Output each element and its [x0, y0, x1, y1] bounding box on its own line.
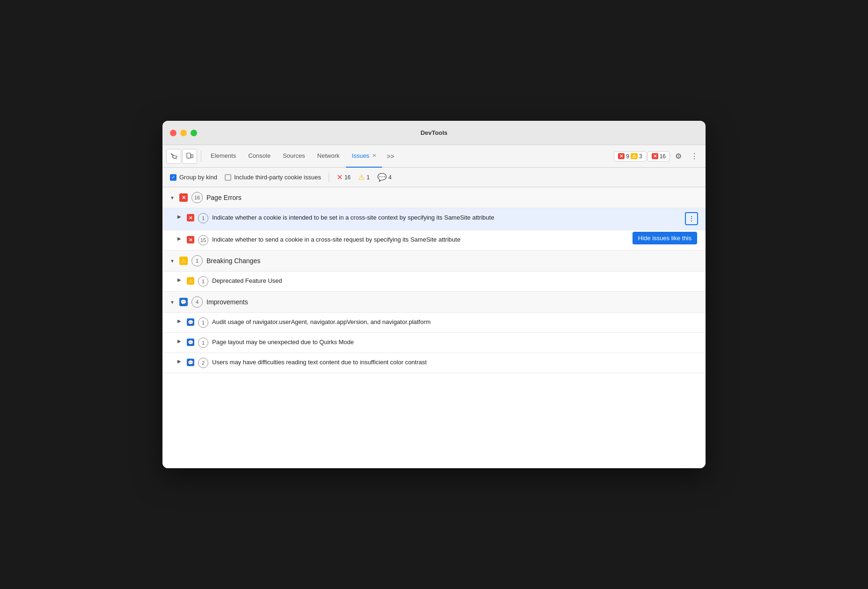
tab-console[interactable]: Console: [243, 145, 276, 168]
section-breaking-count: 1: [191, 255, 203, 266]
group-by-kind-toggle[interactable]: ✓ Group by kind: [170, 174, 217, 181]
issue-text-5: Page layout may be unexpected due to Qui…: [212, 338, 698, 347]
section-improvement-icon: 💬: [179, 298, 188, 306]
svg-rect-1: [191, 155, 193, 158]
gear-icon: ⚙: [675, 152, 682, 161]
issue-count-3: 1: [198, 276, 208, 287]
errors-count: 9: [626, 153, 629, 160]
devtools-window: DevTools Elements Console Sources Networ…: [162, 121, 706, 468]
section-improvements[interactable]: ▼ 💬 4 Improvements: [162, 292, 706, 313]
section-warning-icon: ⚠: [179, 257, 188, 265]
close-button[interactable]: [170, 130, 177, 136]
filter-warnings-count: 1: [367, 174, 370, 181]
third-party-toggle[interactable]: Include third-party cookie issues: [225, 174, 321, 181]
issue-count-4: 1: [198, 317, 208, 328]
main-content: ▼ ✕ 16 Page Errors ▶ ✕ 1 Indicate whethe…: [162, 187, 706, 468]
section-page-errors[interactable]: ▼ ✕ 16 Page Errors: [162, 187, 706, 208]
section-errors-count: 16: [191, 192, 203, 203]
issue-text-2: Indicate whether to send a cookie in a c…: [212, 235, 698, 244]
issue-quirks-mode[interactable]: ▶ 💬 1 Page layout may be unexpected due …: [162, 333, 706, 353]
filterbar: ✓ Group by kind Include third-party cook…: [162, 168, 706, 187]
issue-chevron-1: ▶: [177, 214, 183, 219]
error-icon: ✕: [618, 153, 625, 159]
section-errors-title: Page Errors: [206, 194, 242, 201]
issues-error-icon: ✕: [652, 153, 658, 159]
issues-count: 16: [660, 153, 666, 160]
filter-warnings-badge[interactable]: ⚠ 1: [358, 173, 370, 182]
issue-text-6: Users may have difficulties reading text…: [212, 358, 698, 367]
tab-network[interactable]: Network: [312, 145, 346, 168]
errors-warnings-badge[interactable]: ✕ 9 ⚠ 3: [614, 151, 646, 162]
issue-error-icon-2: ✕: [187, 236, 194, 243]
issue-menu-button-1[interactable]: ⋮ Hide issues like this: [685, 212, 698, 225]
inspect-icon: [170, 153, 177, 160]
device-icon: [186, 153, 193, 160]
titlebar: DevTools: [162, 121, 706, 145]
window-title: DevTools: [420, 129, 448, 136]
section-improvements-title: Improvements: [206, 298, 248, 306]
issue-chevron-4: ▶: [177, 318, 183, 324]
group-by-kind-checkbox[interactable]: ✓: [170, 174, 177, 181]
tab-sources[interactable]: Sources: [277, 145, 311, 168]
issue-count-1: 1: [198, 213, 208, 223]
maximize-button[interactable]: [191, 130, 197, 136]
issue-improvement-icon-1: 💬: [187, 318, 194, 326]
third-party-label: Include third-party cookie issues: [234, 174, 321, 181]
issue-color-contrast[interactable]: ▶ 💬 2 Users may have difficulties readin…: [162, 353, 706, 373]
issue-count-5: 1: [198, 338, 208, 348]
section-error-icon: ✕: [179, 193, 188, 202]
section-improvements-count: 4: [191, 296, 203, 308]
section-chevron-breaking: ▼: [170, 258, 176, 264]
section-chevron-improvements: ▼: [170, 300, 176, 305]
warnings-count: 3: [639, 153, 642, 160]
more-options-button[interactable]: ⋮: [687, 149, 702, 164]
issue-warning-icon-1: ⚠: [187, 277, 194, 285]
filter-divider: [329, 173, 329, 182]
group-by-kind-label: Group by kind: [179, 174, 217, 181]
toolbar: Elements Console Sources Network Issues …: [162, 145, 706, 168]
issue-improvement-icon-2: 💬: [187, 339, 194, 346]
toolbar-divider: [201, 151, 201, 162]
issue-chevron-6: ▶: [177, 359, 183, 364]
issues-count-badge[interactable]: ✕ 16: [647, 151, 670, 162]
issue-text-1: Indicate whether a cookie is intended to…: [212, 213, 681, 222]
filter-errors-count: 16: [345, 174, 351, 181]
tab-issues-close[interactable]: ✕: [372, 153, 376, 159]
inspect-element-button[interactable]: [166, 149, 181, 164]
issue-chevron-3: ▶: [177, 277, 183, 282]
filter-error-icon: ✕: [337, 173, 343, 182]
tab-elements[interactable]: Elements: [205, 145, 242, 168]
hide-issues-tooltip[interactable]: Hide issues like this: [633, 232, 697, 244]
window-controls: [170, 130, 197, 136]
issue-text-3: Deprecated Feature Used: [212, 276, 698, 286]
more-tabs-button[interactable]: >>: [383, 150, 398, 163]
issue-count-2: 15: [198, 235, 208, 245]
more-dots-icon: ⋮: [691, 152, 698, 161]
tab-issues[interactable]: Issues ✕: [346, 145, 382, 168]
section-breaking-changes[interactable]: ▼ ⚠ 1 Breaking Changes: [162, 250, 706, 272]
device-toggle-button[interactable]: [182, 149, 197, 164]
three-dots-icon: ⋮: [688, 215, 695, 222]
warning-icon: ⚠: [631, 153, 638, 159]
issue-improvement-icon-3: 💬: [187, 359, 194, 366]
section-chevron-errors: ▼: [170, 195, 176, 200]
svg-rect-0: [187, 153, 191, 158]
minimize-button[interactable]: [180, 130, 187, 136]
settings-button[interactable]: ⚙: [671, 149, 686, 164]
issue-text-4: Audit usage of navigator.userAgent, navi…: [212, 317, 698, 327]
issue-navigator-useragent[interactable]: ▶ 💬 1 Audit usage of navigator.userAgent…: [162, 313, 706, 333]
issue-cookie-samesite-1[interactable]: ▶ ✕ 1 Indicate whether a cookie is inten…: [162, 208, 706, 230]
section-breaking-title: Breaking Changes: [206, 257, 260, 265]
issue-error-icon-1: ✕: [187, 214, 194, 221]
filter-warning-icon: ⚠: [358, 173, 365, 182]
filter-errors-badge[interactable]: ✕ 16: [337, 173, 351, 182]
issue-cookie-samesite-2[interactable]: ▶ ✕ 15 Indicate whether to send a cookie…: [162, 230, 706, 250]
issue-chevron-5: ▶: [177, 339, 183, 344]
filter-improvements-count: 4: [389, 174, 392, 181]
issue-deprecated-feature[interactable]: ▶ ⚠ 1 Deprecated Feature Used: [162, 272, 706, 292]
issue-chevron-2: ▶: [177, 236, 183, 241]
filter-improvement-icon: 💬: [377, 173, 387, 182]
filter-improvements-badge[interactable]: 💬 4: [377, 173, 392, 182]
third-party-checkbox[interactable]: [225, 174, 231, 181]
issue-count-6: 2: [198, 358, 208, 368]
